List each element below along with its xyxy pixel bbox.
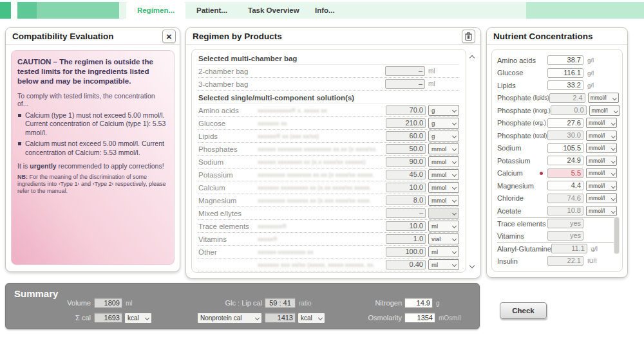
nutrient-value-input[interactable]: 5.5 <box>547 168 583 178</box>
regimen-amount-input[interactable]: 10.0 <box>386 183 426 192</box>
regimen-amount-input[interactable]: 45.0 <box>386 170 426 179</box>
close-button[interactable]: × <box>162 30 176 43</box>
volume-input[interactable]: 1809 <box>94 298 122 308</box>
nutrient-row-label: Magnesium <box>497 182 547 190</box>
nutrient-unit-column: mmol/l <box>586 168 618 178</box>
compatibility-panel-title: Compatibility Evaluation <box>12 32 114 41</box>
regimen-row-label: Phosphates <box>198 145 258 153</box>
top-tab-bar: Regimen... Patient... Task Overview Info… <box>0 0 644 19</box>
regimen-amount-input[interactable]: – <box>385 79 425 89</box>
regimen-amount-input[interactable]: 10.0 <box>386 221 426 231</box>
regimen-amount-input[interactable]: 70.0 <box>386 105 426 115</box>
nutrient-row: Sodium105.5mmol/l <box>497 142 618 155</box>
regimen-unit-select <box>428 208 459 219</box>
nutrient-value-input[interactable]: 33.2 <box>547 80 583 90</box>
nutrient-label-main: Magnesium <box>497 182 534 190</box>
glc-lip-input[interactable]: 59 : 41 <box>265 298 296 308</box>
chevron-down-icon <box>452 172 457 177</box>
tab-patient[interactable]: Patient... <box>196 2 227 19</box>
chevron-down-icon <box>611 159 615 163</box>
regimen-unit-select[interactable]: ml <box>428 221 459 232</box>
nonprotein-cal-input[interactable]: 1413 <box>265 313 296 323</box>
sigma-cal-unit-select[interactable]: kcal <box>124 313 152 323</box>
nonprotein-cal-select[interactable]: Nonprotein cal <box>197 313 262 323</box>
regimen-row: Otherxxxxxx-xxxxxxxxx xx100.0ml <box>198 246 459 259</box>
regimen-row: Sodiumxxxxxx xxxxxxxx xx (x.x xxxx/xx xx… <box>198 156 459 168</box>
nonprotein-cal-unit-select[interactable]: kcal <box>298 313 325 323</box>
nutrient-scrollbar-thumb[interactable] <box>614 217 619 253</box>
regimen-unit-select[interactable]: g <box>428 105 459 116</box>
nutrient-unit-select[interactable]: mmol/l <box>586 156 617 166</box>
chevron-down-icon <box>318 316 323 320</box>
nutrient-panel-title: Nutrient Concentrations <box>493 32 593 41</box>
regimen-unit-select[interactable]: mmol <box>428 156 459 167</box>
nutrient-unit-select[interactable]: mmol/l <box>588 93 619 103</box>
nutrient-row: Phosphate(total)30.0mmol/l <box>497 129 618 142</box>
clear-regimen-button[interactable] <box>462 30 475 43</box>
regimen-row-label: Trace elements <box>198 223 258 230</box>
nutrient-unit-select[interactable]: mmol/l <box>586 168 617 178</box>
nutrient-value-input[interactable]: 24.9 <box>547 156 583 165</box>
chevron-down-icon <box>611 171 615 175</box>
nutrient-unit-select[interactable]: mmol/l <box>586 143 617 153</box>
nitrogen-input[interactable]: 14.9 <box>404 298 433 308</box>
nutrient-row-label: Phosphate(inorg.) <box>497 107 551 114</box>
regimen-unit-value: ml <box>431 261 438 268</box>
scroll-down-icon[interactable] <box>470 259 474 270</box>
nutrient-row: Chloride74.6mmol/l <box>497 192 618 205</box>
regimen-unit-select[interactable]: ml <box>428 246 459 257</box>
nutrient-unit-select[interactable]: mmol/l <box>589 105 620 116</box>
regimen-scrollbar[interactable] <box>468 51 477 271</box>
nutrient-value-input[interactable]: 38.7 <box>547 55 583 65</box>
tab-regimen[interactable]: Regimen... <box>126 2 185 19</box>
regimen-amount-input[interactable]: 8.0 <box>386 196 426 205</box>
osmolarity-input[interactable]: 1354 <box>404 313 435 323</box>
nutrient-value-input[interactable]: 27.6 <box>547 118 583 128</box>
regimen-unit-select[interactable]: vial <box>428 233 459 244</box>
nutrient-value-input: 30.0 <box>547 131 583 140</box>
regimen-panel-title: Regimen by Products <box>193 32 282 41</box>
regimen-unit-select[interactable]: ml <box>428 259 459 270</box>
regimen-amount-input[interactable]: 60.0 <box>386 131 426 141</box>
nutrient-value-input[interactable]: 105.5 <box>547 143 583 153</box>
nutrient-value-input: 10.8 <box>547 206 583 215</box>
nutrient-unit-column: mmol/l <box>586 193 618 203</box>
chevron-down-icon <box>452 134 457 138</box>
regimen-amount-input[interactable]: 50.0 <box>386 144 426 154</box>
regimen-unit-select[interactable]: mmol <box>428 143 459 154</box>
nutrient-unit-select[interactable]: mmol/l <box>586 118 617 128</box>
nutrient-unit-select[interactable]: mmol/l <box>586 131 617 141</box>
nutrient-value-input: 74.6 <box>547 194 583 203</box>
regimen-unit-select[interactable]: mmol <box>428 169 459 180</box>
scroll-up-icon[interactable] <box>470 51 474 62</box>
regimen-product-name-redacted: xxxxxx xxxxxxxx xxxxxxxxx xx.xx (x xxxx/… <box>258 145 386 152</box>
tab-info[interactable]: Info... <box>315 2 335 19</box>
nutrient-label-main: Amino acids <box>497 57 536 64</box>
regimen-amount-input[interactable]: 90.0 <box>386 157 426 167</box>
regimen-amount-input[interactable]: – <box>386 208 426 218</box>
compatibility-evaluation-panel: Compatibility Evaluation × CAUTION – The… <box>5 27 180 272</box>
regimen-unit-select[interactable]: mmol <box>428 182 459 193</box>
nutrient-unit-select[interactable]: mmol/l <box>586 181 617 191</box>
regimen-panel-header: Regimen by Products <box>186 28 480 45</box>
regimen-unit-select[interactable]: mmol <box>428 195 459 206</box>
regimen-amount-input[interactable]: 0.40 <box>386 260 426 269</box>
nutrient-value-input[interactable]: 116.1 <box>547 68 583 78</box>
caution-message-box: CAUTION – The regimen is outside the tes… <box>11 50 175 265</box>
nutrient-row: Lipids33.2g/l <box>497 79 618 92</box>
nutrient-unit-select[interactable]: mmol/l <box>586 206 617 216</box>
chevron-down-icon <box>611 121 615 125</box>
regimen-amount-input[interactable]: 1.0 <box>386 234 426 244</box>
caution-heading: CAUTION – The regimen is outside the tes… <box>17 57 168 87</box>
nutrient-unit-value: mmol/l <box>589 120 605 126</box>
check-button[interactable]: Check <box>500 302 547 319</box>
nutrient-value-input[interactable]: 4.4 <box>547 181 583 190</box>
regimen-unit-select[interactable]: g <box>428 131 459 141</box>
sigma-cal-input[interactable]: 1693 <box>94 313 122 323</box>
regimen-unit-select[interactable]: g <box>428 118 459 129</box>
regimen-amount-input[interactable]: 100.0 <box>386 247 426 257</box>
nutrient-unit-select[interactable]: mmol/l <box>586 193 617 203</box>
regimen-amount-input[interactable]: – <box>385 66 425 76</box>
tab-task-overview[interactable]: Task Overview <box>248 2 299 19</box>
regimen-amount-input[interactable]: 210.0 <box>386 118 426 128</box>
